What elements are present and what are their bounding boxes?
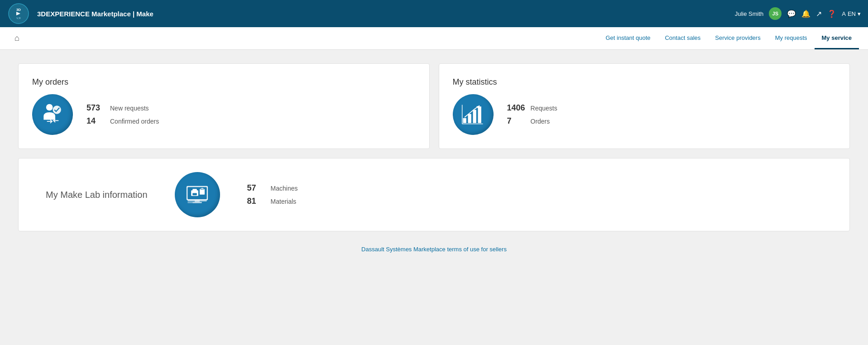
svg-rect-17 (192, 193, 197, 195)
materials-stat: 81 Materials (247, 196, 298, 206)
header-right-area: Julie Smith JS 💬 🔔 ↗ ❓ A EN ▾ (735, 7, 861, 20)
help-icon[interactable]: ❓ (827, 10, 836, 18)
new-requests-label: New requests (110, 105, 149, 112)
svg-rect-18 (200, 189, 205, 194)
confirmed-orders-number: 14 (86, 116, 105, 126)
svg-point-4 (46, 104, 53, 110)
my-orders-card: My orders (18, 63, 430, 149)
new-requests-number: 573 (86, 103, 105, 113)
svg-rect-22 (195, 200, 200, 202)
footer-area: Dassault Systèmes Marketplace terms of u… (18, 240, 850, 258)
machines-number: 57 (247, 183, 265, 193)
navigation-bar: ⌂ Get instant quote Contact sales Servic… (0, 27, 868, 50)
app-title: 3DEXPERIENCE Marketplace | Make (37, 10, 153, 18)
terms-link[interactable]: Dassault Systèmes Marketplace terms of u… (361, 246, 507, 253)
top-cards-row: My orders (18, 63, 850, 149)
nav-home-area: ⌂ (9, 27, 25, 49)
nav-links-area: Get instant quote Contact sales Service … (598, 27, 859, 49)
chat-icon[interactable]: 💬 (787, 10, 796, 18)
orders-icon-circle (32, 94, 73, 135)
svg-rect-7 (468, 114, 471, 123)
my-statistics-content: My statistics (453, 77, 836, 135)
my-statistics-card: My statistics (439, 63, 850, 149)
makelab-stats: 57 Machines 81 Materials (247, 183, 298, 206)
requests-label: Requests (531, 105, 557, 112)
statistics-icon-circle (453, 94, 494, 135)
my-statistics-body: 1406 Requests 7 Orders (453, 94, 836, 135)
svg-rect-6 (463, 118, 466, 123)
orders-icon (40, 102, 65, 127)
main-content: My orders (0, 50, 868, 271)
statistics-stats: 1406 Requests 7 Orders (507, 103, 557, 126)
nav-my-requests[interactable]: My requests (768, 27, 815, 49)
nav-contact-sales[interactable]: Contact sales (657, 27, 708, 49)
lang-icon: A (842, 10, 846, 17)
logo-area: 3D V,R 3DEXPERIENCE Marketplace | Make (7, 2, 153, 25)
requests-number: 1406 (507, 103, 525, 113)
new-requests-stat: 573 New requests (86, 103, 159, 113)
orders-stat: 7 Orders (507, 116, 557, 126)
machines-label: Machines (271, 185, 298, 192)
requests-stat: 1406 Requests (507, 103, 557, 113)
materials-number: 81 (247, 196, 265, 206)
app-header: 3D V,R 3DEXPERIENCE Marketplace | Make J… (0, 0, 868, 27)
materials-label: Materials (271, 198, 297, 205)
user-avatar[interactable]: JS (769, 7, 782, 20)
makelab-icon-circle (175, 172, 220, 217)
my-statistics-title: My statistics (453, 77, 497, 87)
svg-rect-9 (478, 106, 481, 123)
my-orders-body: 573 New requests 14 Confirmed orders (32, 94, 416, 135)
nav-get-instant-quote[interactable]: Get instant quote (598, 27, 657, 49)
my-orders-title: My orders (32, 77, 68, 87)
nav-service-providers[interactable]: Service providers (708, 27, 767, 49)
nav-my-service[interactable]: My service (815, 27, 859, 49)
ds-logo-icon: 3D V,R (8, 3, 29, 24)
bell-icon[interactable]: 🔔 (801, 10, 810, 18)
user-name: Julie Smith (735, 10, 764, 17)
makelab-icon (185, 182, 210, 207)
chevron-down-icon: ▾ (858, 10, 861, 17)
machines-stat: 57 Machines (247, 183, 298, 193)
lang-label: EN (848, 10, 856, 17)
orders-number: 7 (507, 116, 525, 126)
my-makelab-card: My Make Lab information (18, 158, 850, 231)
svg-text:3D: 3D (16, 8, 21, 12)
my-orders-content: My orders (32, 77, 416, 135)
share-icon[interactable]: ↗ (816, 10, 822, 18)
confirmed-orders-stat: 14 Confirmed orders (86, 116, 159, 126)
makelab-title: My Make Lab information (46, 190, 148, 200)
svg-rect-16 (192, 189, 197, 191)
language-selector[interactable]: A EN ▾ (842, 10, 861, 17)
orders-label: Orders (531, 118, 550, 125)
svg-rect-8 (473, 110, 476, 123)
home-button[interactable]: ⌂ (9, 34, 25, 43)
svg-rect-23 (192, 202, 201, 203)
confirmed-orders-label: Confirmed orders (110, 118, 159, 125)
statistics-icon (460, 102, 485, 127)
svg-text:V,R: V,R (16, 17, 21, 19)
orders-stats: 573 New requests 14 Confirmed orders (86, 103, 159, 126)
